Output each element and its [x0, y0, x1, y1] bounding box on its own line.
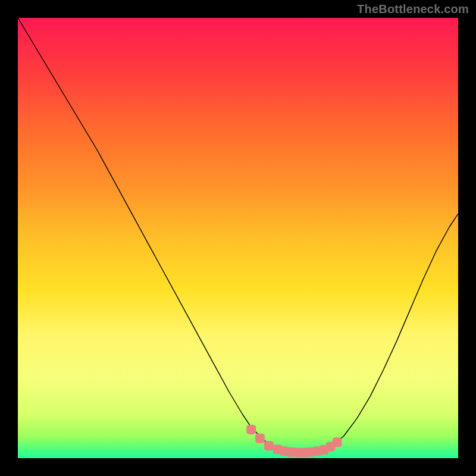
- marker: [255, 434, 265, 443]
- chart-plot-area: [18, 18, 458, 458]
- marker: [246, 425, 256, 434]
- chart-background: [18, 18, 458, 458]
- marker: [333, 437, 342, 447]
- watermark-text: TheBottleneck.com: [357, 2, 469, 16]
- chart-frame: TheBottleneck.com: [0, 0, 476, 476]
- marker: [264, 441, 274, 450]
- chart-svg: [18, 18, 458, 458]
